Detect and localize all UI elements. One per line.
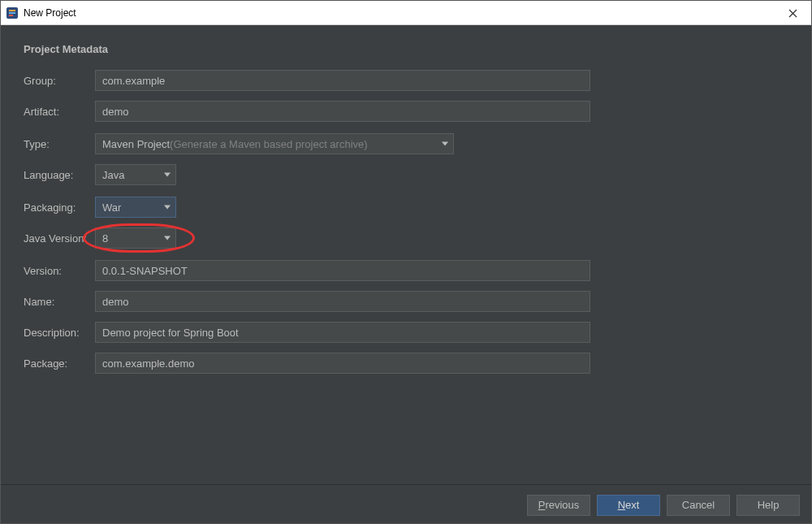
combo-java-version-value: 8: [102, 232, 108, 245]
main-panel: Project Metadata Group: Artifact: Type: …: [1, 25, 811, 524]
chevron-down-icon: [164, 236, 171, 240]
button-bar: Previous Next Cancel Help: [1, 484, 811, 524]
label-package: Package:: [24, 357, 95, 370]
chevron-down-icon: [164, 173, 171, 177]
row-package: Package:: [24, 353, 788, 374]
input-group[interactable]: [95, 70, 590, 91]
mnemonic-n: N: [618, 499, 625, 511]
app-icon: [6, 6, 19, 19]
label-description: Description:: [24, 327, 95, 339]
svg-rect-1: [9, 10, 15, 11]
row-type: Type: Maven Project (Generate a Maven ba…: [24, 133, 788, 154]
previous-button[interactable]: Previous: [527, 495, 590, 516]
cancel-button[interactable]: Cancel: [667, 495, 730, 516]
input-version[interactable]: [95, 260, 590, 281]
previous-rest: revious: [545, 499, 579, 511]
combo-language[interactable]: Java: [95, 164, 176, 185]
close-button[interactable]: [774, 1, 811, 25]
next-rest: ext: [625, 499, 639, 511]
svg-rect-2: [9, 12, 15, 14]
combo-language-value: Java: [102, 169, 124, 181]
input-artifact[interactable]: [95, 101, 590, 122]
combo-packaging-value: War: [102, 201, 121, 214]
combo-packaging[interactable]: War: [95, 197, 176, 218]
row-description: Description:: [24, 322, 788, 343]
row-language: Language: Java: [24, 164, 788, 185]
row-java-version: Java Version: 8: [24, 227, 788, 249]
window-title: New Project: [24, 7, 76, 19]
cancel-label: Cancel: [682, 499, 715, 511]
combo-type[interactable]: Maven Project (Generate a Maven based pr…: [95, 133, 454, 154]
label-java-version: Java Version:: [24, 232, 95, 245]
chevron-down-icon: [442, 142, 448, 146]
row-artifact: Artifact:: [24, 101, 788, 122]
label-artifact: Artifact:: [24, 106, 95, 118]
svg-rect-3: [9, 15, 13, 16]
help-button[interactable]: Help: [736, 495, 800, 516]
chevron-down-icon: [164, 206, 171, 210]
label-version: Version:: [24, 265, 95, 277]
help-label: Help: [758, 499, 780, 511]
combo-java-version[interactable]: 8: [95, 227, 176, 249]
label-type: Type:: [24, 138, 95, 150]
input-description[interactable]: [95, 322, 590, 343]
label-group: Group:: [24, 75, 95, 87]
label-language: Language:: [24, 169, 95, 181]
window-titlebar: New Project: [1, 1, 811, 25]
label-packaging: Packaging:: [24, 201, 95, 214]
next-button[interactable]: Next: [597, 495, 660, 516]
row-group: Group:: [24, 70, 788, 91]
input-package[interactable]: [95, 353, 590, 374]
input-name[interactable]: [95, 291, 590, 312]
row-version: Version:: [24, 260, 788, 281]
row-name: Name:: [24, 291, 788, 312]
label-name: Name:: [24, 296, 95, 308]
row-packaging: Packaging: War: [24, 197, 788, 218]
combo-type-value: Maven Project: [102, 138, 170, 150]
section-title: Project Metadata: [24, 43, 788, 55]
combo-type-hint: (Generate a Maven based project archive): [170, 138, 368, 150]
